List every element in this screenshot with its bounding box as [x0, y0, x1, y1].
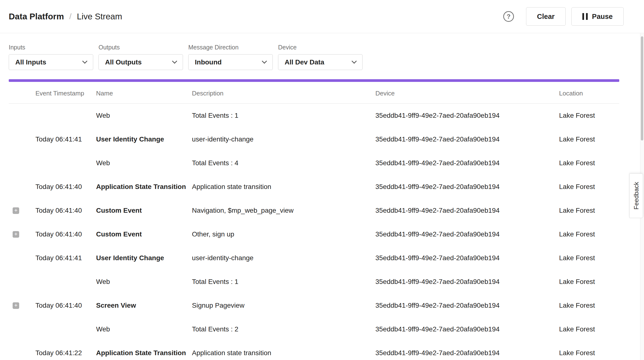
pause-icon [582, 13, 588, 20]
cell-device: 35eddb41-9ff9-49e2-7aed-20afa90eb194 [376, 302, 559, 309]
table-row[interactable]: + Web Total Events : 1 35eddb41-9ff9-49e… [9, 270, 619, 294]
cell-timestamp: Today 06:41:40 [36, 302, 96, 309]
expand-icon[interactable]: + [12, 231, 19, 238]
cell-location: Lake Forest [559, 183, 619, 191]
cell-name: Web [96, 325, 192, 333]
page-title: Live Stream [77, 12, 122, 21]
cell-location: Lake Forest [559, 112, 619, 119]
feedback-tab[interactable]: Feedback [630, 174, 643, 218]
table-row[interactable]: + Today 06:41:22 Application State Trans… [9, 341, 619, 360]
device-dropdown[interactable]: All Dev Data [278, 54, 362, 70]
message-direction-dropdown[interactable]: Inbound [188, 54, 273, 70]
cell-location: Lake Forest [559, 349, 619, 357]
cell-name: Application State Transition [96, 183, 192, 191]
cell-timestamp: Today 06:41:41 [36, 135, 96, 143]
filter-outputs-label: Outputs [98, 44, 183, 51]
expand-icon[interactable]: + [12, 207, 19, 214]
chevron-down-icon [262, 59, 267, 64]
cell-device: 35eddb41-9ff9-49e2-7aed-20afa90eb194 [376, 159, 559, 167]
clear-button[interactable]: Clear [526, 7, 566, 26]
table-row[interactable]: + Today 06:41:41 User Identity Change us… [9, 127, 619, 151]
cell-device: 35eddb41-9ff9-49e2-7aed-20afa90eb194 [376, 230, 559, 238]
cell-device: 35eddb41-9ff9-49e2-7aed-20afa90eb194 [376, 254, 559, 262]
filter-device: Device All Dev Data [278, 44, 362, 70]
col-location: Location [559, 90, 619, 97]
pause-button-label: Pause [592, 12, 613, 20]
table-row[interactable]: + Today 06:41:40 Custom Event Navigation… [9, 199, 619, 222]
cell-description: Application state transition [192, 349, 376, 357]
cell-timestamp: Today 06:41:41 [36, 254, 96, 262]
cell-description: Signup Pageview [192, 302, 376, 309]
outputs-dropdown[interactable]: All Outputs [98, 54, 183, 70]
col-event-timestamp: Event Timestamp [36, 90, 96, 97]
table-row[interactable]: + Today 06:41:41 User Identity Change us… [9, 246, 619, 270]
col-name: Name [96, 90, 192, 97]
cell-device: 35eddb41-9ff9-49e2-7aed-20afa90eb194 [376, 278, 559, 286]
cell-name: Custom Event [96, 230, 192, 238]
cell-name: Custom Event [96, 207, 192, 214]
table-row[interactable]: + Web Total Events : 2 35eddb41-9ff9-49e… [9, 317, 619, 341]
expand-icon[interactable]: + [12, 302, 19, 309]
table-row[interactable]: + Web Total Events : 4 35eddb41-9ff9-49e… [9, 151, 619, 175]
cell-name: Web [96, 112, 192, 119]
filter-device-label: Device [278, 44, 362, 51]
chevron-down-icon [352, 59, 357, 64]
inputs-dropdown-value: All Inputs [15, 58, 46, 66]
cell-location: Lake Forest [559, 207, 619, 214]
cell-device: 35eddb41-9ff9-49e2-7aed-20afa90eb194 [376, 112, 559, 119]
cell-timestamp: Today 06:41:40 [36, 230, 96, 238]
cell-description: user-identity-change [192, 254, 376, 262]
cell-description: Application state transition [192, 183, 376, 191]
table-row[interactable]: + Today 06:41:40 Screen View Signup Page… [9, 294, 619, 317]
event-table-body: + Web Total Events : 1 35eddb41-9ff9-49e… [9, 104, 619, 360]
pause-button[interactable]: Pause [572, 7, 624, 26]
filter-message-direction-label: Message Direction [188, 44, 273, 51]
table-row[interactable]: + Today 06:41:40 Custom Event Other, sig… [9, 222, 619, 246]
cell-device: 35eddb41-9ff9-49e2-7aed-20afa90eb194 [376, 207, 559, 214]
scrollbar-thumb[interactable] [641, 36, 643, 141]
table-row[interactable]: + Today 06:41:40 Application State Trans… [9, 175, 619, 199]
event-table: Event Timestamp Name Description Device … [9, 82, 619, 360]
cell-timestamp: Today 06:41:40 [36, 207, 96, 214]
cell-description: Total Events : 2 [192, 325, 376, 333]
inputs-dropdown[interactable]: All Inputs [9, 54, 93, 70]
cell-description: Other, sign up [192, 230, 376, 238]
breadcrumb-separator: / [70, 12, 72, 21]
cell-timestamp: Today 06:41:40 [36, 183, 96, 191]
filter-inputs-label: Inputs [9, 44, 93, 51]
cell-timestamp: Today 06:41:22 [36, 349, 96, 357]
cell-name: Web [96, 278, 192, 286]
col-device: Device [376, 90, 559, 97]
breadcrumb-section[interactable]: Data Platform [9, 12, 64, 21]
filter-outputs: Outputs All Outputs [98, 44, 183, 70]
cell-location: Lake Forest [559, 230, 619, 238]
cell-name: Web [96, 159, 192, 167]
table-row[interactable]: + Web Total Events : 1 35eddb41-9ff9-49e… [9, 104, 619, 127]
filter-bar: Inputs All Inputs Outputs All Outputs Me… [0, 33, 644, 70]
filter-message-direction: Message Direction Inbound [188, 44, 273, 70]
cell-location: Lake Forest [559, 135, 619, 143]
help-icon[interactable]: ? [503, 11, 514, 22]
cell-name: User Identity Change [96, 254, 192, 262]
cell-location: Lake Forest [559, 159, 619, 167]
cell-device: 35eddb41-9ff9-49e2-7aed-20afa90eb194 [376, 135, 559, 143]
cell-location: Lake Forest [559, 325, 619, 333]
stream-progress-bar [9, 79, 619, 82]
message-direction-dropdown-value: Inbound [195, 58, 222, 66]
cell-location: Lake Forest [559, 254, 619, 262]
table-header: Event Timestamp Name Description Device … [9, 82, 619, 104]
cell-description: Total Events : 1 [192, 112, 376, 119]
cell-description: Navigation, $mp_web_page_view [192, 207, 376, 214]
cell-name: Screen View [96, 302, 192, 309]
chevron-down-icon [82, 59, 87, 64]
device-dropdown-value: All Dev Data [285, 58, 324, 66]
header-actions: ? Clear Pause [503, 7, 624, 26]
cell-description: Total Events : 1 [192, 278, 376, 286]
chevron-down-icon [172, 59, 177, 64]
cell-location: Lake Forest [559, 302, 619, 309]
cell-description: user-identity-change [192, 135, 376, 143]
cell-description: Total Events : 4 [192, 159, 376, 167]
col-description: Description [192, 90, 376, 97]
cell-name: User Identity Change [96, 135, 192, 143]
app-header: Data Platform / Live Stream ? Clear Paus… [0, 0, 644, 33]
